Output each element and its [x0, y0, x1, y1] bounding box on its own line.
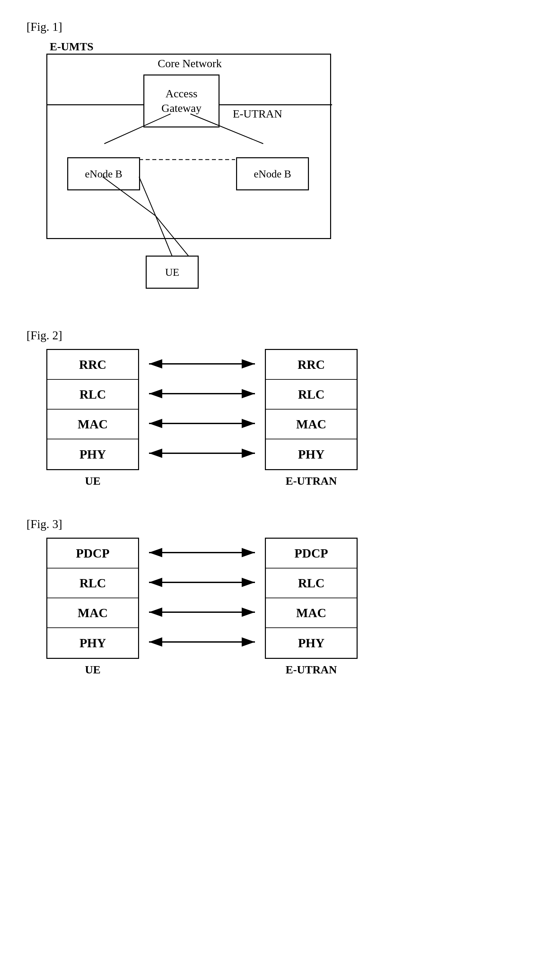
fig2-arrow-rrc [139, 349, 265, 379]
fig3-left-stack: PDCP RLC MAC PHY [46, 538, 139, 659]
fig2-arrow-rlc [139, 379, 265, 409]
fig2-rlc-arrow-svg [146, 387, 258, 400]
fig3-right-pdcp: PDCP [266, 539, 357, 568]
fig2-left-rrc: RRC [47, 350, 138, 380]
eumts-label: E-UMTS [49, 40, 93, 53]
fig2-mac-arrow-svg [146, 417, 258, 430]
fig2-phy-arrow-svg [146, 447, 258, 460]
fig2-right-col: RRC RLC MAC PHY E-UTRAN [265, 349, 358, 487]
fig3-left-rlc: RLC [47, 568, 138, 598]
eumts-box: Core Network E-UTRAN Access Gateway eNod… [46, 54, 331, 239]
fig2-label: [Fig. 2] [27, 328, 518, 342]
fig3-phy-arrow-svg [146, 635, 258, 649]
fig2-left-phy: PHY [47, 439, 138, 469]
fig2-right-rlc: RLC [266, 380, 357, 410]
fig3-right-col: PDCP RLC MAC PHY E-UTRAN [265, 538, 358, 676]
fig1-label: [Fig. 1] [27, 20, 518, 34]
fig3-left-mac: MAC [47, 598, 138, 628]
fig3-arrow-rlc [139, 568, 265, 597]
fig2-diagram: RRC RLC MAC PHY UE [46, 349, 378, 487]
fig2-right-rrc: RRC [266, 350, 357, 380]
fig3-arrow-mac [139, 597, 265, 627]
fig3-left-pdcp: PDCP [47, 539, 138, 568]
access-gateway-box: Access Gateway [143, 75, 220, 127]
fig3-arrow-pdcp [139, 538, 265, 568]
core-network-label: Core Network [47, 57, 332, 70]
fig3-left-phy: PHY [47, 628, 138, 658]
enode-b-right: eNode B [236, 157, 309, 190]
fig2-rrc-arrow-svg [146, 357, 258, 371]
fig3-right-mac: MAC [266, 598, 357, 628]
fig3-right-phy: PHY [266, 628, 357, 658]
fig3-rlc-arrow-svg [146, 576, 258, 589]
fig3-right-stack: PDCP RLC MAC PHY [265, 538, 358, 659]
fig1-section: [Fig. 1] E-UMTS Core Network E-UTRAN Acc… [27, 20, 518, 299]
enode-b-left: eNode B [67, 157, 140, 190]
fig2-arrows [139, 349, 265, 468]
fig2-right-label: E-UTRAN [265, 475, 358, 487]
fig3-arrow-phy [139, 627, 265, 657]
fig2-left-rlc: RLC [47, 380, 138, 410]
eutran-label: E-UTRAN [233, 108, 282, 120]
fig2-right-mac: MAC [266, 410, 357, 439]
fig3-label: [Fig. 3] [27, 517, 518, 531]
fig2-right-phy: PHY [266, 439, 357, 469]
fig2-arrow-phy [139, 438, 265, 468]
fig3-left-label: UE [46, 663, 139, 676]
fig1-diagram: E-UMTS Core Network E-UTRAN Access Gatew… [46, 40, 344, 299]
ue-box-fig1: UE [146, 256, 199, 289]
fig3-diagram: PDCP RLC MAC PHY UE [46, 538, 378, 676]
fig2-right-stack: RRC RLC MAC PHY [265, 349, 358, 470]
fig2-arrow-mac [139, 409, 265, 438]
fig2-left-mac: MAC [47, 410, 138, 439]
fig2-section: [Fig. 2] RRC RLC MAC PHY UE [27, 328, 518, 487]
fig2-left-label: UE [46, 475, 139, 487]
fig2-left-stack: RRC RLC MAC PHY [46, 349, 139, 470]
fig3-mac-arrow-svg [146, 606, 258, 619]
fig3-left-col: PDCP RLC MAC PHY UE [46, 538, 139, 676]
fig3-pdcp-arrow-svg [146, 546, 258, 559]
fig3-section: [Fig. 3] PDCP RLC MAC PHY UE [27, 517, 518, 676]
fig3-right-rlc: RLC [266, 568, 357, 598]
fig3-arrows [139, 538, 265, 657]
fig2-left-col: RRC RLC MAC PHY UE [46, 349, 139, 487]
fig3-right-label: E-UTRAN [265, 663, 358, 676]
access-gateway-text: Access Gateway [162, 86, 202, 116]
